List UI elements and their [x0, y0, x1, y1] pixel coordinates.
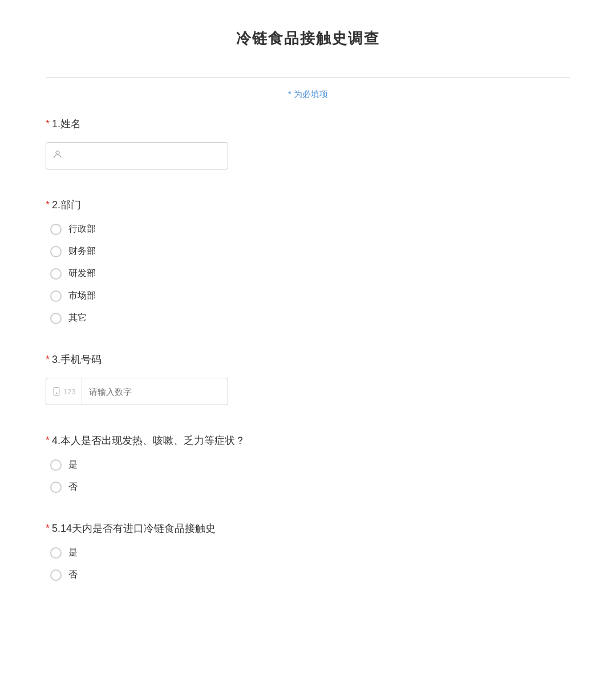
question-5-section: * 5. 14天内是否有进口冷链食品接触史 是 否 — [46, 522, 570, 587]
required-notice-star: * 为必填项 — [288, 89, 328, 99]
question-3-section: * 3. 手机号码 123 — [46, 353, 570, 411]
question-2-number: 2. — [52, 199, 60, 211]
question-5-radio-group: 是 否 — [46, 547, 570, 581]
radio-label-q4-yes: 是 — [68, 459, 78, 471]
radio-item-other[interactable]: 其它 — [50, 312, 570, 324]
radio-item-q4-yes[interactable]: 是 — [50, 459, 570, 471]
radio-label-q4-no: 否 — [68, 481, 78, 493]
radio-circle-q5-yes — [50, 547, 62, 559]
question-2-text: 部门 — [60, 198, 81, 212]
question-5-required-star: * — [46, 523, 50, 535]
radio-circle-rd — [50, 268, 62, 280]
radio-circle-finance — [50, 246, 62, 257]
page-container: 冷链食品接触史调查 * 为必填项 * 1. 姓名 * — [0, 0, 616, 587]
radio-circle-q5-no — [50, 569, 62, 581]
radio-circle-q4-yes — [50, 459, 62, 471]
radio-label-rd: 研发部 — [68, 268, 96, 280]
phone-input[interactable] — [82, 387, 228, 397]
question-3-text: 手机号码 — [60, 353, 102, 366]
question-3-number: 3. — [52, 354, 60, 366]
radio-label-q5-no: 否 — [68, 569, 78, 581]
radio-label-market: 市场部 — [68, 290, 96, 302]
question-1-number: 1. — [52, 118, 60, 130]
required-notice: * 为必填项 — [46, 78, 570, 117]
radio-item-q5-yes[interactable]: 是 — [50, 547, 570, 559]
svg-point-0 — [56, 151, 59, 155]
question-1-label: * 1. 姓名 — [46, 117, 570, 131]
phone-icon-text: 123 — [63, 387, 76, 396]
radio-circle-other — [50, 313, 62, 324]
question-2-label: * 2. 部门 — [46, 198, 570, 212]
question-4-section: * 4. 本人是否出现发热、咳嗽、乏力等症状？ 是 否 — [46, 434, 570, 499]
question-4-label: * 4. 本人是否出现发热、咳嗽、乏力等症状？ — [46, 434, 570, 447]
radio-item-q5-no[interactable]: 否 — [50, 569, 570, 581]
radio-label-other: 其它 — [68, 312, 87, 324]
phone-input-wrapper: 123 — [46, 378, 228, 405]
question-1-section: * 1. 姓名 — [46, 117, 570, 175]
radio-item-finance[interactable]: 财务部 — [50, 245, 570, 257]
radio-item-rd[interactable]: 研发部 — [50, 268, 570, 280]
question-1-required-star: * — [46, 118, 50, 130]
question-4-number: 4. — [52, 435, 60, 447]
question-5-text: 14天内是否有进口冷链食品接触史 — [60, 522, 216, 535]
question-5-label: * 5. 14天内是否有进口冷链食品接触史 — [46, 522, 570, 535]
question-3-required-star: * — [46, 354, 50, 366]
radio-circle-q4-no — [50, 482, 62, 493]
radio-circle-market — [50, 290, 62, 302]
radio-circle-admin — [50, 224, 62, 235]
question-2-section: * 2. 部门 行政部 财务部 研发部 市场部 其它 — [46, 198, 570, 330]
question-1-input-wrapper — [46, 142, 228, 169]
radio-label-admin: 行政部 — [68, 223, 96, 235]
question-2-required-star: * — [46, 199, 50, 211]
svg-rect-1 — [54, 387, 59, 395]
question-3-label: * 3. 手机号码 — [46, 353, 570, 366]
radio-label-q5-yes: 是 — [68, 547, 78, 559]
person-icon — [52, 150, 63, 163]
radio-item-market[interactable]: 市场部 — [50, 290, 570, 302]
radio-item-admin[interactable]: 行政部 — [50, 223, 570, 235]
question-4-required-star: * — [46, 435, 50, 447]
radio-item-q4-no[interactable]: 否 — [50, 481, 570, 493]
name-input[interactable] — [46, 142, 228, 169]
radio-label-finance: 财务部 — [68, 245, 96, 257]
title-area: 冷链食品接触史调查 — [46, 0, 570, 66]
phone-icon-area: 123 — [46, 378, 82, 405]
question-4-radio-group: 是 否 — [46, 459, 570, 493]
question-1-text: 姓名 — [60, 117, 81, 131]
question-4-text: 本人是否出现发热、咳嗽、乏力等症状？ — [60, 434, 245, 447]
question-2-radio-group: 行政部 财务部 研发部 市场部 其它 — [46, 223, 570, 324]
svg-point-2 — [56, 393, 56, 394]
page-title: 冷链食品接触史调查 — [46, 29, 570, 49]
question-5-number: 5. — [52, 523, 60, 535]
